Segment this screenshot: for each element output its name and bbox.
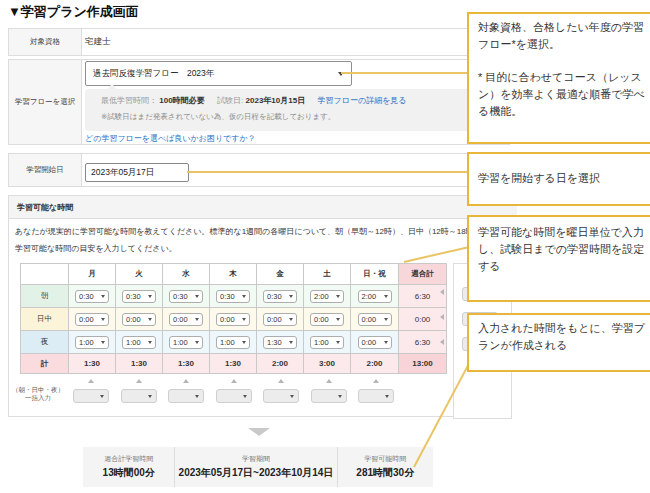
day-header: 日・祝 — [351, 264, 399, 285]
time-select[interactable]: 0:30 — [169, 290, 203, 303]
callout-flow-select: 対象資格、合格したい年度の学習フロー*を選択。 * 目的に合わせてコース（レッス… — [467, 12, 650, 144]
summary-weekly-total: 週合計学習時間 13時間00分 — [83, 447, 174, 487]
start-date-input[interactable] — [85, 163, 189, 182]
time-select[interactable]: 0:00 — [358, 313, 392, 326]
time-select[interactable]: 0:00 — [216, 313, 250, 326]
batch-left-arrow-icon — [440, 314, 444, 320]
time-select[interactable]: 0:30 — [216, 290, 250, 303]
time-select[interactable]: 2:00 — [310, 290, 344, 303]
row-start-date: 学習開始日 — [8, 153, 510, 187]
time-select[interactable]: 0:00 — [169, 313, 203, 326]
day-header: 金 — [257, 264, 304, 285]
chevron-down-icon — [101, 341, 105, 344]
column-batch-select[interactable] — [263, 389, 299, 403]
chevron-down-icon — [148, 341, 152, 344]
table-row-daytime: 日中 0:00 0:00 0:00 0:00 0:00 0:00 0:00 0:… — [21, 308, 447, 331]
start-date-label: 学習開始日 — [9, 154, 82, 186]
row-label-morning: 朝 — [21, 285, 69, 308]
column-batch-select[interactable] — [358, 389, 394, 403]
available-time-desc-1: あなたが現実的に学習可能な時間を教えてください。標準的な1週間の各曜日について、… — [15, 226, 507, 237]
time-select[interactable]: 0:00 — [122, 313, 156, 326]
batch-up-arrow-icon — [278, 379, 284, 383]
chevron-down-icon — [289, 295, 293, 298]
day-total: 1:30 — [163, 354, 210, 374]
table-header-row: 月 火 水 木 金 土 日・祝 週合計 — [21, 264, 447, 285]
flow-select[interactable]: 過去問反復学習フロー 2023年 — [85, 61, 352, 86]
table-row-morning: 朝 0:30 0:30 0:30 0:30 0:30 2:00 2:00 6:3… — [21, 285, 447, 308]
chevron-down-icon — [148, 295, 152, 298]
qualification-value: 宅建士 — [85, 29, 111, 55]
chevron-down-icon — [242, 318, 246, 321]
time-select[interactable]: 0:00 — [263, 313, 297, 326]
chevron-down-icon — [243, 395, 247, 398]
time-select[interactable]: 2:00 — [358, 290, 392, 303]
batch-up-arrow-icon — [231, 379, 237, 383]
time-select[interactable]: 0:00 — [75, 313, 109, 326]
chevron-down-icon — [195, 341, 199, 344]
column-batch-select[interactable] — [311, 389, 347, 403]
time-select[interactable]: 1:00 — [216, 336, 250, 349]
available-time-panel: 学習可能な時間 あなたが現実的に学習可能な時間を教えてください。標準的な1週間の… — [8, 195, 510, 417]
chevron-down-icon — [148, 318, 152, 321]
summary-period: 学習期間 2023年05月17日~2023年10月14日 — [174, 447, 336, 487]
callout-weekly-input: 学習可能な時間を曜日単位で入力し、試験日までの学習時間を設定する — [467, 215, 650, 302]
chevron-down-icon — [336, 318, 340, 321]
chevron-down-icon — [290, 395, 294, 398]
summary-bar: 週合計学習時間 13時間00分 学習期間 2023年05月17日~2023年10… — [83, 447, 433, 487]
chevron-down-icon — [289, 341, 293, 344]
chevron-down-icon — [195, 318, 199, 321]
row-total-morning: 6:30 — [399, 285, 447, 308]
day-total: 1:30 — [210, 354, 257, 374]
chevron-down-icon — [242, 341, 246, 344]
chevron-down-icon — [336, 295, 340, 298]
summary-available-time: 学習可能時間 281時間30分 — [337, 447, 433, 487]
chevron-down-icon — [385, 395, 389, 398]
connector-line-date — [187, 171, 467, 173]
time-select[interactable]: 1:00 — [310, 336, 344, 349]
time-select[interactable]: 0:30 — [75, 290, 109, 303]
column-batch-select[interactable] — [73, 389, 109, 403]
time-select[interactable]: 1:00 — [75, 336, 109, 349]
grand-total: 13:00 — [399, 354, 447, 374]
batch-left-arrow-icon — [440, 339, 444, 345]
time-select[interactable]: 0:30 — [263, 290, 297, 303]
callout-plan-created: 入力された時間をもとに、学習プランが作成される — [467, 313, 650, 372]
day-header: 火 — [116, 264, 163, 285]
chevron-down-icon — [101, 318, 105, 321]
chevron-down-icon — [384, 318, 388, 321]
day-total: 2:00 — [257, 354, 304, 374]
callout-start-date: 学習を開始する日を選択 — [467, 152, 650, 206]
time-select[interactable]: 0:00 — [358, 336, 392, 349]
column-batch-select[interactable] — [216, 389, 252, 403]
flow-help-link[interactable]: どの学習フローを選べば良いかお困りですか？ — [85, 133, 256, 144]
row-label-daytime: 日中 — [21, 308, 69, 331]
row-target-qualification: 対象資格 宅建士 — [8, 28, 510, 56]
batch-up-arrow-icon — [373, 379, 379, 383]
qualification-label: 対象資格 — [9, 29, 82, 55]
available-time-title: 学習可能な時間 — [9, 196, 517, 219]
weekly-time-table: 月 火 水 木 金 土 日・祝 週合計 朝 0:30 0:30 0:30 0:3… — [20, 263, 447, 374]
flow-select-value: 過去問反復学習フロー 2023年 — [93, 68, 214, 80]
day-total: 3:00 — [304, 354, 351, 374]
row-label-night: 夜 — [21, 331, 69, 354]
column-batch-select[interactable] — [121, 389, 157, 403]
chevron-down-icon — [384, 341, 388, 344]
flow-label: 学習フローを選択 — [9, 60, 82, 144]
column-batch-select[interactable] — [168, 389, 204, 403]
time-select[interactable]: 1:00 — [122, 336, 156, 349]
column-batch-label: （朝・日中・夜） 一括入力 — [9, 386, 67, 403]
time-select[interactable]: 1:00 — [169, 336, 203, 349]
batch-left-arrow-icon — [440, 289, 444, 295]
flow-detail-link[interactable]: 学習フローの詳細を見る — [318, 96, 407, 105]
page-title: ▼学習プラン作成画面 — [8, 3, 139, 21]
chevron-down-icon — [289, 318, 293, 321]
time-select[interactable]: 1:30 — [263, 336, 297, 349]
flow-info-line1: 最低学習時間： 100時間必要 試験日: 2023年10月15日 学習フローの詳… — [101, 95, 407, 106]
corner-cell — [21, 264, 69, 285]
chevron-down-icon — [195, 295, 199, 298]
min-time-value: 100時間必要 — [159, 96, 204, 105]
time-select[interactable]: 0:00 — [310, 313, 344, 326]
flow-note: ※試験日はまだ発表されていない為、仮の日程を記載しております。 — [101, 112, 335, 122]
time-select[interactable]: 0:30 — [122, 290, 156, 303]
day-total: 2:00 — [351, 354, 399, 374]
